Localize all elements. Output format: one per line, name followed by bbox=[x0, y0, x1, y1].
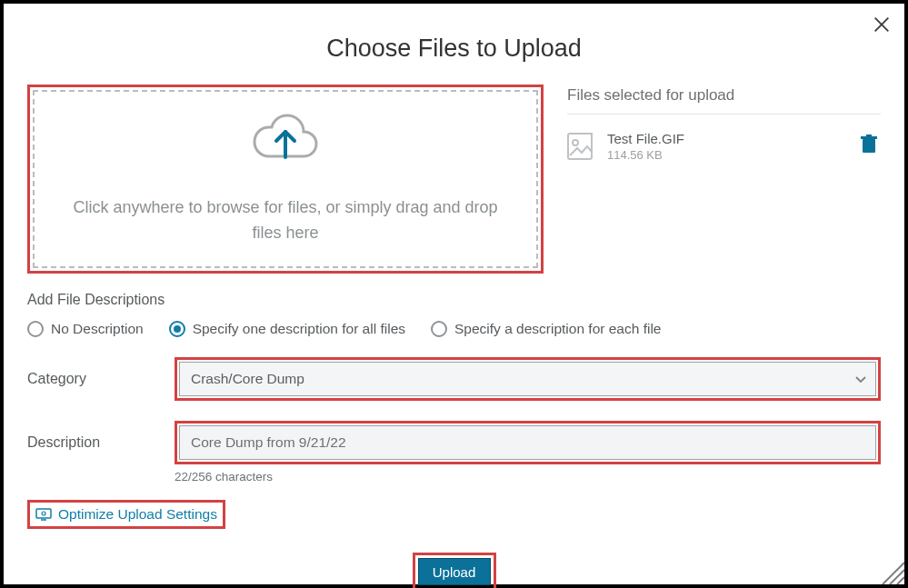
delete-file-button[interactable] bbox=[861, 135, 877, 158]
file-name: Test File.GIF bbox=[607, 131, 861, 146]
radio-icon bbox=[169, 321, 185, 337]
descriptions-section-title: Add File Descriptions bbox=[27, 292, 881, 308]
resize-handle[interactable] bbox=[881, 561, 904, 584]
category-label: Category bbox=[27, 371, 175, 387]
file-item: Test File.GIF 114.56 KB bbox=[567, 115, 881, 162]
dialog-title: Choose Files to Upload bbox=[4, 35, 904, 63]
radio-icon bbox=[27, 321, 44, 337]
file-size: 114.56 KB bbox=[607, 148, 861, 162]
svg-rect-8 bbox=[36, 509, 51, 518]
file-type-icon bbox=[567, 133, 598, 160]
radio-icon bbox=[431, 321, 447, 337]
chevron-down-icon bbox=[855, 371, 866, 387]
svg-line-13 bbox=[897, 577, 904, 584]
close-icon bbox=[872, 15, 892, 35]
upload-dialog: Choose Files to Upload Click anywhere to… bbox=[0, 0, 908, 588]
trash-icon bbox=[861, 135, 877, 154]
category-value: Crash/Core Dump bbox=[191, 371, 304, 387]
description-highlight bbox=[175, 421, 881, 464]
upload-button-label: Upload bbox=[433, 564, 476, 580]
description-label: Description bbox=[27, 434, 175, 451]
svg-line-12 bbox=[890, 570, 904, 584]
optimize-label: Optimize Upload Settings bbox=[58, 506, 217, 523]
svg-point-10 bbox=[42, 512, 45, 515]
category-highlight: Crash/Core Dump bbox=[175, 357, 881, 401]
radio-one-description[interactable]: Specify one description for all files bbox=[169, 321, 405, 337]
upload-button[interactable]: Upload bbox=[418, 558, 491, 585]
svg-point-4 bbox=[573, 140, 578, 145]
svg-rect-6 bbox=[861, 136, 877, 139]
selected-files-panel: Files selected for upload Test File.GIF … bbox=[567, 85, 881, 274]
dropzone-text: Click anywhere to browse for files, or s… bbox=[35, 195, 536, 246]
description-char-counter: 22/256 characters bbox=[175, 470, 881, 483]
optimize-upload-settings-link[interactable]: Optimize Upload Settings bbox=[27, 500, 225, 529]
description-mode-group: No Description Specify one description f… bbox=[27, 321, 881, 337]
settings-monitor-icon bbox=[35, 508, 52, 521]
category-select[interactable]: Crash/Core Dump bbox=[179, 362, 876, 396]
cloud-upload-icon bbox=[250, 110, 321, 170]
radio-label: Specify a description for each file bbox=[454, 321, 661, 337]
selected-files-heading: Files selected for upload bbox=[567, 85, 881, 115]
radio-label: No Description bbox=[51, 321, 144, 337]
radio-no-description[interactable]: No Description bbox=[27, 321, 144, 337]
svg-rect-7 bbox=[866, 135, 872, 136]
upload-button-highlight: Upload bbox=[413, 553, 496, 588]
description-input[interactable] bbox=[179, 425, 876, 460]
file-dropzone[interactable]: Click anywhere to browse for files, or s… bbox=[33, 90, 538, 268]
radio-each-description[interactable]: Specify a description for each file bbox=[431, 321, 661, 337]
radio-label: Specify one description for all files bbox=[193, 321, 405, 337]
close-button[interactable] bbox=[872, 15, 892, 38]
dropzone-highlight: Click anywhere to browse for files, or s… bbox=[27, 85, 544, 274]
svg-rect-5 bbox=[863, 139, 875, 153]
